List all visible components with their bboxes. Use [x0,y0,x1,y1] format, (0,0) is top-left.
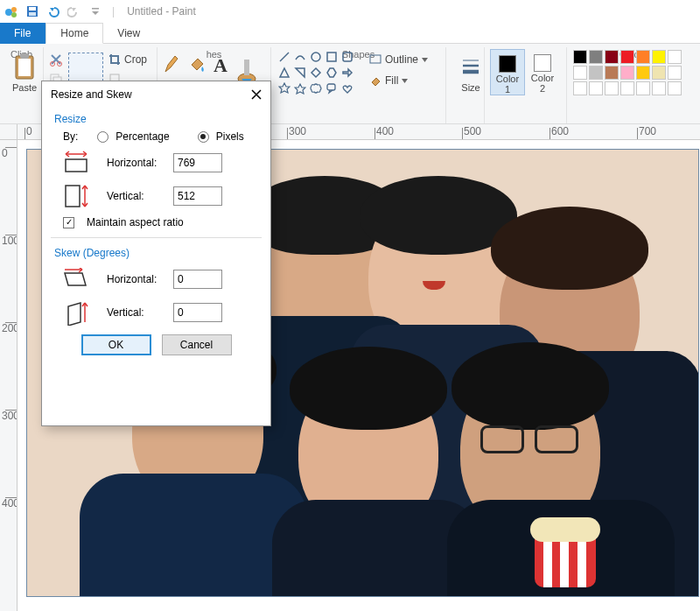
palette-cell[interactable] [605,50,619,64]
close-button[interactable] [248,86,265,103]
cancel-button[interactable]: Cancel [162,334,232,355]
skew-horizontal-label: Horizontal: [107,273,173,285]
qat-dropdown-icon[interactable] [88,4,103,19]
clipboard-icon [10,51,38,82]
svg-rect-6 [92,8,99,10]
skew-vertical-label: Vertical: [107,306,173,319]
palette-cell[interactable] [620,66,634,80]
vertical-ruler: 0 100 200 300 400 [0,140,18,611]
ruler-corner [0,124,18,140]
palette-cell[interactable] [652,81,666,95]
skew-vertical-input[interactable] [173,303,222,322]
palette-cell[interactable] [668,81,682,95]
palette-cell[interactable] [589,50,603,64]
palette-cell[interactable] [589,81,603,95]
size-button[interactable]: Size [452,49,490,93]
svg-rect-4 [29,7,36,11]
skew-vertical-icon [61,299,91,326]
save-icon[interactable] [24,4,40,19]
crop-button[interactable]: Crop [108,51,147,68]
svg-rect-5 [29,12,36,16]
text-icon[interactable]: A [214,54,228,77]
palette-cell[interactable] [636,50,650,64]
palette-cell[interactable] [620,50,634,64]
maintain-aspect-checkbox[interactable] [63,217,74,228]
svg-rect-8 [18,59,31,76]
redo-icon[interactable] [66,4,82,19]
pencil-icon[interactable] [163,54,180,78]
percentage-label[interactable]: Percentage [116,130,169,143]
tab-file[interactable]: File [0,23,46,44]
palette-cell[interactable] [636,66,650,80]
skew-horizontal-icon [61,266,91,292]
by-label: By: [63,130,78,143]
undo-icon[interactable] [46,4,61,19]
resize-horizontal-label: Horizontal: [107,157,173,169]
radio-pixels[interactable] [198,131,209,143]
shapes-gallery[interactable] [276,49,364,96]
shape-fill-button[interactable]: Fill [369,72,428,89]
skew-section-label: Skew (Degrees) [54,247,270,259]
resize-skew-dialog: Resize and Skew Resize By: Percentage Pi… [41,81,271,426]
radio-percentage[interactable] [97,131,108,143]
app-icon [4,4,19,19]
color2-swatch [534,54,551,72]
resize-section-label: Resize [54,113,270,125]
svg-point-2 [11,12,17,18]
maintain-aspect-label[interactable]: Maintain aspect ratio [87,216,184,228]
palette-cell[interactable] [652,66,666,80]
color1-button[interactable]: Color 1 [490,49,525,95]
resize-vertical-icon [61,183,91,209]
title-bar: | Untitled - Paint [0,0,700,23]
separator: | [112,5,115,18]
palette-cell[interactable] [589,66,603,80]
svg-point-1 [11,7,17,12]
pixels-label[interactable]: Pixels [216,130,244,143]
cut-icon[interactable] [49,53,63,69]
resize-horizontal-input[interactable] [173,153,222,172]
palette-cell[interactable] [668,50,682,64]
svg-line-17 [280,53,289,61]
svg-rect-20 [343,53,352,61]
tab-view[interactable]: View [103,23,155,44]
palette-cell[interactable] [668,66,682,80]
shape-outline-button[interactable]: Outline [369,51,428,68]
svg-rect-9 [20,53,29,59]
palette-cell[interactable] [652,50,666,64]
color2-button[interactable]: Color 2 [525,49,560,95]
svg-rect-16 [244,60,249,75]
window-title: Untitled - Paint [127,5,196,18]
fill-icon[interactable] [187,54,206,76]
resize-horizontal-icon [61,150,91,176]
color1-swatch [499,55,516,73]
palette-cell[interactable] [573,66,587,80]
palette-cell[interactable] [620,81,634,95]
ribbon-tabs: File Home View [0,23,700,44]
skew-horizontal-input[interactable] [173,270,222,289]
resize-vertical-input[interactable] [173,186,222,206]
svg-rect-22 [370,55,381,63]
svg-rect-26 [66,159,87,172]
resize-vertical-label: Vertical: [107,190,173,202]
size-icon [457,51,485,82]
palette-cell[interactable] [636,81,650,95]
palette-cell[interactable] [605,66,619,80]
svg-rect-28 [66,186,80,207]
palette-cell[interactable] [573,81,587,95]
svg-rect-21 [327,84,335,90]
svg-point-0 [5,9,12,16]
tab-home[interactable]: Home [46,23,103,44]
svg-rect-19 [327,53,336,61]
palette-cell[interactable] [573,50,587,64]
paste-button[interactable]: Paste [5,49,44,93]
ok-button[interactable]: OK [81,334,151,355]
close-icon [251,89,262,100]
dialog-title: Resize and Skew [51,88,132,101]
svg-point-18 [312,53,320,61]
palette-cell[interactable] [605,81,619,95]
